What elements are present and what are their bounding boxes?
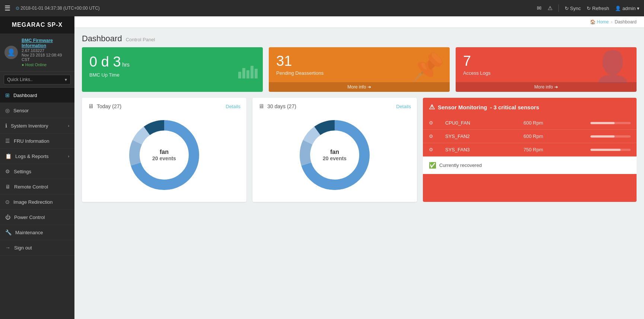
recovery-notice: ✅ Currently recovered [423,157,637,174]
sensor-row-cpu0fan: ⚙ CPU0_FAN 600 Rpm [423,116,637,130]
today-donut-count: 20 events [152,155,176,161]
30days-donut-count: 20 events [323,155,347,161]
clock-icon: 🖥 [88,103,94,110]
mail-icon[interactable]: ✉ [537,5,542,12]
user-date: Nov 23 2018 12:08:49 CST [22,53,70,62]
bar1 [238,72,241,78]
maintenance-icon: 🔧 [5,229,12,235]
sys-fan2-bar [584,130,637,143]
power-icon: ⏻ [5,214,10,220]
firmware-link[interactable]: BMC Firmware Information [22,38,70,48]
sidebar-item-image-redirection[interactable]: ⊙ Image Redirection [0,194,74,210]
chevron-right-icon-logs: › [68,154,69,158]
sidebar-item-label: FRU Information [14,138,49,144]
sidebar-item-system-inventory[interactable]: ℹ System Inventory › [0,118,74,133]
navbar-left: ☰ ⊙ 2018-01-01 04:37:38 (UTC+00:00 UTC) [4,4,100,12]
today-donut: fan 20 events [127,118,201,192]
page-subtitle: Control Panel [126,37,155,42]
main-layout: MEGARAC SP-X 👤 BMC Firmware Information … [0,16,644,319]
sidebar-item-label: Logs & Reports [15,154,49,159]
30days-event-card: 🖥 30 days (27) Details [252,98,417,202]
sidebar-item-fru[interactable]: ☰ FRU Information [0,133,74,149]
30days-donut: fan 20 events [297,118,372,192]
today-donut-type: fan [152,149,176,155]
30days-donut-container: fan 20 events [258,114,411,196]
today-details-button[interactable]: Details [226,104,240,109]
sensor-title: Sensor Monitoring [438,104,487,110]
sidebar-item-label: Sign out [14,245,32,251]
sys-fan2-name: SYS_FAN2 [439,130,517,143]
30days-label: 30 days (27) [267,103,296,109]
sensor-table: ⚙ CPU0_FAN 600 Rpm ⚙ SYS_FAN2 600 Rpm [423,116,637,157]
sidebar-item-sensor[interactable]: ◎ Sensor [0,103,74,118]
sidebar-item-label: Remote Control [14,184,48,190]
sensor-subtitle: - 3 critical sensors [490,104,539,110]
uptime-display: 0 d 3 hrs [89,54,255,70]
sidebar-item-label: Image Redirection [13,199,53,205]
uptime-card: 0 d 3 hrs BMC Up Time [82,47,263,92]
user-bg-icon: 👤 [594,52,631,81]
signout-icon: → [5,245,10,251]
breadcrumb-home[interactable]: 🏠 Home [590,19,609,25]
sidebar-item-maintenance[interactable]: 🔧 Maintenance [0,225,74,240]
navbar-right: ✉ ⚠ ↻ Sync ↻ Refresh 👤 admin ▾ [537,4,640,12]
quick-links-container: Quick Links.. [0,72,74,88]
quick-links-select[interactable]: Quick Links.. [4,75,71,84]
30days-donut-type: fan [323,149,347,155]
bar3 [246,70,249,78]
user-menu-button[interactable]: 👤 admin ▾ [615,6,640,11]
uptime-chart [238,66,258,78]
datetime-display: ⊙ 2018-01-01 04:37:38 (UTC+00:00 UTC) [16,6,100,11]
access-logs-more-info-button[interactable]: More info ➜ [456,82,637,92]
breadcrumb: 🏠 Home › Dashboard [74,16,644,28]
sensor-row-sysfan3: ⚙ SYS_FAN3 750 Rpm [423,143,637,157]
bar4 [251,66,254,78]
bar5 [255,69,258,78]
30days-title: 🖥 30 days (27) [258,103,296,110]
hamburger-menu[interactable]: ☰ [4,4,10,12]
sys-fan3-value: 750 Rpm [517,143,584,157]
events-sensor-row: 🖥 Today (27) Details [74,98,644,208]
sidebar-item-signout[interactable]: → Sign out [0,240,74,255]
fan-icon-3: ⚙ [423,143,439,157]
cpu0-fan-bar [584,116,637,130]
content-area: 🏠 Home › Dashboard Dashboard Control Pan… [74,16,644,319]
alert-icon[interactable]: ⚠ [548,5,552,12]
access-logs-card: 7 Access Logs 👤 More info ➜ [456,47,637,92]
fru-icon: ☰ [5,138,10,144]
sidebar-item-label: Dashboard [13,93,37,98]
uptime-value: 0 d 3 [89,54,121,70]
pending-more-info-button[interactable]: More info ➜ [269,82,450,92]
chevron-right-icon: › [68,124,69,128]
sidebar-item-dashboard[interactable]: ⊞ Dashboard [0,88,74,103]
dashboard-icon: ⊞ [5,92,10,98]
page-title: Dashboard [82,34,122,44]
sidebar-item-remote-control[interactable]: 🖥 Remote Control [0,179,74,194]
sidebar-item-label: Settings [14,169,31,174]
sidebar-item-label: Sensor [13,108,29,113]
settings-icon: ⚙ [5,168,10,174]
sys-fan3-bar [584,143,637,157]
sidebar-brand: MEGARAC SP-X [0,16,74,33]
cpu0-fan-value: 600 Rpm [517,116,584,130]
recovery-label: Currently recovered [439,162,482,168]
fan-icon-1: ⚙ [423,116,439,130]
sidebar-item-logs[interactable]: 📋 Logs & Reports › [0,149,74,164]
refresh-button[interactable]: ↻ Refresh [587,6,609,11]
sensor-icon: ◎ [5,107,10,113]
sidebar-item-settings[interactable]: ⚙ Settings [0,164,74,179]
recovery-icon: ✅ [429,162,436,169]
remote-icon: 🖥 [5,184,10,190]
nav-divider [558,4,559,12]
30days-donut-center: fan 20 events [323,149,347,161]
sidebar-nav: ⊞ Dashboard ◎ Sensor ℹ System Inventory … [0,88,74,319]
sidebar-item-label: Maintenance [15,230,43,235]
sync-button[interactable]: ↻ Sync [565,6,581,11]
breadcrumb-current: Dashboard [615,19,637,25]
30days-details-button[interactable]: Details [396,104,411,109]
cpu0-fan-name: CPU0_FAN [439,116,517,130]
sidebar-item-power-control[interactable]: ⏻ Power Control [0,210,74,225]
uptime-unit: hrs [122,62,130,68]
user-version: 2.67.103227 [22,48,70,53]
top-navbar: ☰ ⊙ 2018-01-01 04:37:38 (UTC+00:00 UTC) … [0,0,644,16]
